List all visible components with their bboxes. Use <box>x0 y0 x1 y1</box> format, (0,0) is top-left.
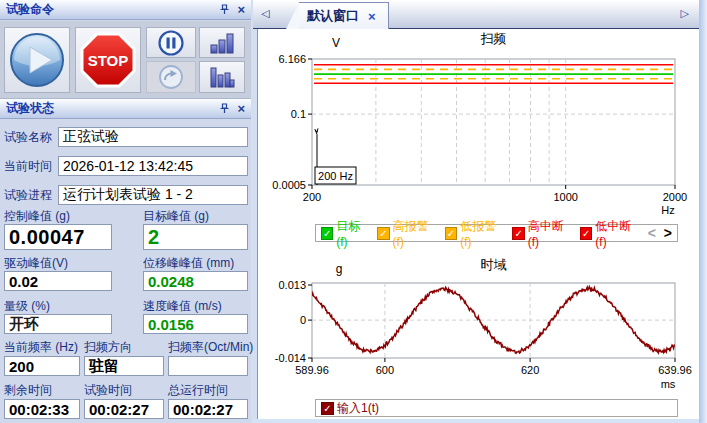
level-field: 开环 <box>4 314 112 334</box>
legend-label: 高中断(f) <box>528 218 572 249</box>
window-right-frame <box>699 0 707 423</box>
tab-default-window[interactable]: 默认窗口 × <box>299 2 389 29</box>
stop-icon: STOP <box>79 31 137 89</box>
sweep-xlabel: Hz <box>661 204 674 216</box>
legend-item: ✓高中断(f) <box>512 218 572 249</box>
time-xlabel: ms <box>661 378 676 390</box>
legend-checkbox-icon[interactable]: ✓ <box>512 227 524 240</box>
sweep-chart-legend: ✓目标(f)✓高报警(f)✓低报警(f)✓高中断(f)✓低中断(f)<> <box>315 224 678 242</box>
drive-peak-field: 0.02 <box>4 271 112 291</box>
control-peak-field: 0.00047 <box>4 224 112 250</box>
legend-item: ✓输入1(t) <box>321 400 379 417</box>
field-label: 总运行时间 <box>168 384 228 397</box>
sweep-plot-area <box>312 59 675 185</box>
bar-chart-ascending-button[interactable] <box>199 27 245 58</box>
command-panel-header: 试验命令 × <box>0 0 251 20</box>
svg-text:600: 600 <box>376 364 394 376</box>
time-title: 时域 <box>481 257 507 272</box>
pin-icon[interactable] <box>219 103 230 114</box>
command-buttons-area: STOP <box>0 21 251 99</box>
legend-checkbox-icon[interactable]: ✓ <box>580 227 592 240</box>
svg-text:1000: 1000 <box>553 191 577 203</box>
svg-text:0.1: 0.1 <box>291 108 306 120</box>
svg-text:200 Hz: 200 Hz <box>318 170 353 182</box>
resume-button[interactable] <box>146 61 196 93</box>
field-label: 当前频率 (Hz) <box>4 341 78 354</box>
legend-prev-icon[interactable]: < <box>648 225 656 241</box>
svg-text:STOP: STOP <box>88 52 129 69</box>
status-panel-title: 试验状态 <box>6 100 54 117</box>
play-button[interactable] <box>4 27 70 93</box>
close-icon[interactable]: × <box>237 103 245 114</box>
frequency-tooltip: 200 Hz <box>315 167 356 184</box>
time-chart-legend: ✓输入1(t) <box>315 399 678 417</box>
pause-button[interactable] <box>146 27 196 58</box>
sweep-ylabel: V <box>332 36 340 50</box>
chart-panel: 扫频V6.1660.10.000520010002000Hz200 Hz时域g0… <box>257 29 700 419</box>
svg-text:6.166: 6.166 <box>278 53 306 65</box>
legend-item: ✓低中断(f) <box>580 218 640 249</box>
total-run-time-field: 00:02:27 <box>168 399 248 419</box>
tab-scroll-left-icon[interactable]: ◁ <box>261 7 269 20</box>
legend-label: 低中断(f) <box>595 218 639 249</box>
test-time-field: 00:02:27 <box>84 399 164 419</box>
time-ylabel: g <box>336 262 343 276</box>
legend-checkbox-icon[interactable]: ✓ <box>321 227 333 240</box>
command-panel-title: 试验命令 <box>6 1 54 18</box>
svg-text:200: 200 <box>303 191 321 203</box>
tab-label: 默认窗口 <box>307 7 359 25</box>
remaining-time-field: 00:02:33 <box>4 399 80 419</box>
bar-chart-ascending-icon <box>209 31 235 55</box>
legend-label: 高报警(f) <box>393 218 437 249</box>
tab-close-icon[interactable]: × <box>368 9 376 24</box>
legend-checkbox-icon[interactable]: ✓ <box>377 227 389 240</box>
pin-icon[interactable] <box>219 4 230 15</box>
legend-item: ✓目标(f) <box>321 218 369 249</box>
field-label: 扫频率(Oct/Min) <box>168 341 253 354</box>
target-peak-field: 2 <box>143 224 248 250</box>
field-label: 试验时间 <box>84 384 132 397</box>
field-label: 速度峰值 (m/s) <box>143 300 222 313</box>
pause-icon <box>157 29 185 57</box>
window-bottom-frame <box>253 419 699 423</box>
field-label: 当前时间 <box>4 160 52 173</box>
bar-chart-histogram-button[interactable] <box>199 61 245 93</box>
left-dock: 试验命令 × <box>0 0 251 423</box>
field-label: 目标峰值 (g) <box>143 210 209 223</box>
svg-text:0: 0 <box>300 314 306 326</box>
legend-item: ✓低报警(f) <box>445 218 505 249</box>
svg-text:0.0005: 0.0005 <box>272 179 306 191</box>
bar-chart-histogram-icon <box>209 65 235 89</box>
legend-checkbox-icon[interactable]: ✓ <box>321 402 334 415</box>
legend-next-icon[interactable]: > <box>664 225 672 241</box>
test-progress-field: 运行计划表试验 1 - 2 <box>58 185 248 205</box>
svg-text:639.96: 639.96 <box>658 364 692 376</box>
legend-pager: <> <box>648 225 672 241</box>
redo-arrow-icon <box>157 63 185 91</box>
legend-label: 目标(f) <box>336 218 369 249</box>
tab-scroll-right-icon[interactable]: ▷ <box>681 7 689 20</box>
svg-text:-0.014: -0.014 <box>275 352 306 364</box>
test-name-field: 正弦试验 <box>58 127 248 147</box>
field-label: 控制峰值 (g) <box>4 210 70 223</box>
close-icon[interactable]: × <box>237 4 245 15</box>
legend-item: ✓高报警(f) <box>377 218 437 249</box>
app-window: 试验命令 × <box>0 0 707 423</box>
svg-text:589.96: 589.96 <box>295 364 329 376</box>
tab-bar: ◁ 默认窗口 × ▷ <box>253 0 699 29</box>
svg-text:2000: 2000 <box>663 191 687 203</box>
legend-checkbox-icon[interactable]: ✓ <box>445 227 457 240</box>
field-label: 驱动峰值(V) <box>4 257 68 270</box>
legend-label: 低报警(f) <box>460 218 504 249</box>
field-label: 试验进程 <box>4 189 52 202</box>
status-panel-header: 试验状态 × <box>0 99 251 119</box>
field-label: 位移峰峰值 (mm) <box>143 257 234 270</box>
current-frequency-field: 200 <box>4 356 80 376</box>
stop-button[interactable]: STOP <box>75 27 141 93</box>
displacement-peak-field: 0.0248 <box>143 271 248 291</box>
sweep-title: 扫频 <box>481 31 507 46</box>
play-icon <box>8 31 66 89</box>
field-label: 剩余时间 <box>4 384 52 397</box>
field-label: 试验名称 <box>4 131 52 144</box>
svg-text:620: 620 <box>521 364 539 376</box>
